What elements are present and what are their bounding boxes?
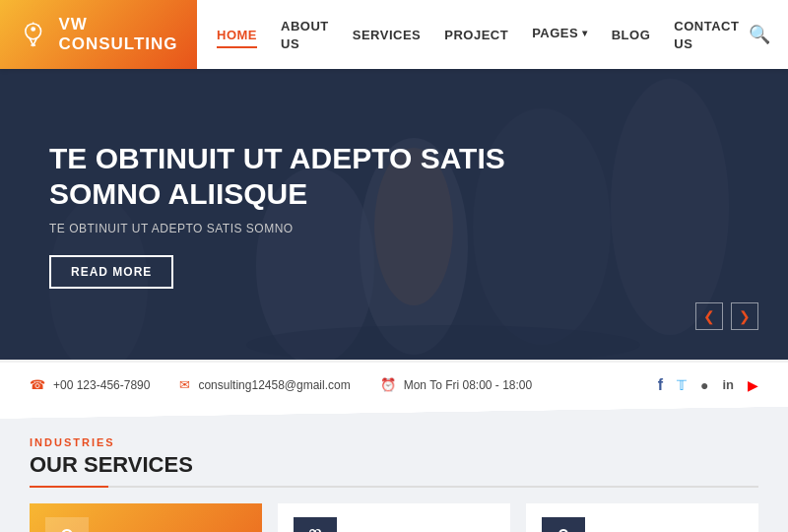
service-card-2-header: SERVICES TITLE 2 [278,503,510,532]
service-card-1-header: SERVICES TITEL 1 [30,503,262,532]
facebook-icon[interactable]: f [658,376,663,394]
hero-section: TE OBTINUIT UT ADEPTO SATIS SOMNO ALIISQ… [0,69,788,360]
service-1-icon-box [45,517,89,532]
prev-slide-button[interactable]: ❮ [695,302,723,330]
logo-area[interactable]: VW CONSULTING [0,0,197,69]
nav-links: HOME ABOUT US SERVICES PROJECT PAGES ▾ B… [217,17,739,52]
nav-item-home[interactable]: HOME [217,26,257,43]
hero-nav-arrows: ❮ ❯ [695,302,758,330]
services-grid: SERVICES TITEL 1 Te obtinuit ut adepto s… [30,503,758,532]
social-icons: f 𝕋 ● in ▶ [658,376,758,394]
wave-divider [0,407,788,419]
service-card-1: SERVICES TITEL 1 Te obtinuit ut adepto s… [30,503,262,532]
nav-item-blog[interactable]: BLOG [612,26,651,43]
twitter-icon[interactable]: 𝕋 [677,377,687,393]
youtube-icon[interactable]: ▶ [748,377,758,393]
search-icon[interactable]: 🔍 [749,24,770,45]
hero-subtitle: TE OBTINUIT UT ADEPTO SATIS SOMNO [49,222,522,235]
service-card-2: SERVICES TITLE 2 Te obtinuit ut adepto s… [278,503,510,532]
section-label: INDUSTRIES [30,436,758,448]
service-2-icon-box [294,517,337,532]
svg-point-2 [31,27,35,32]
navbar: VW CONSULTING HOME ABOUT US SERVICES PRO… [0,0,788,69]
hero-title: TE OBTINUIT UT ADEPTO SATIS SOMNO ALIISQ… [49,141,522,212]
nav-item-project[interactable]: PROJECT [444,26,508,43]
logo-text: VW CONSULTING [58,15,179,54]
nav-item-about[interactable]: ABOUT US [281,17,329,52]
contact-bar: ☎ +00 123-456-7890 ✉ consulting12458@gma… [0,360,788,407]
phone-icon: ☎ [30,377,45,392]
services-section: INDUSTRIES OUR SERVICES SERVICES TITEL 1… [0,419,788,532]
service-card-3-header: SERVICES TITLE 3 [526,503,758,532]
email-address: consulting12458@gmail.com [198,378,350,392]
section-title: OUR SERVICES [30,452,758,488]
next-slide-button[interactable]: ❯ [731,302,758,330]
logo-icon [18,15,48,54]
hours-contact: ⏰ Mon To Fri 08:00 - 18:00 [380,377,533,392]
instagram-icon[interactable]: ● [700,377,708,393]
money-bag-icon [552,527,575,532]
hero-content: TE OBTINUIT UT ADEPTO SATIS SOMNO ALIISQ… [0,111,571,318]
email-contact: ✉ consulting12458@gmail.com [179,377,350,392]
gift-icon [303,527,327,532]
contact-info: ☎ +00 123-456-7890 ✉ consulting12458@gma… [30,377,658,392]
linkedin-icon[interactable]: in [722,377,734,392]
business-hours: Mon To Fri 08:00 - 18:00 [404,378,533,392]
nav-item-pages[interactable]: PAGES ▾ [532,26,588,44]
phone-number: +00 123-456-7890 [53,378,150,392]
nav-item-services[interactable]: SERVICES [353,26,422,43]
email-icon: ✉ [179,377,190,392]
svg-line-5 [28,25,29,26]
phone-contact: ☎ +00 123-456-7890 [30,377,150,392]
service-card-3: SERVICES TITLE 3 Te obtinuit ut adepto s… [526,503,758,532]
chevron-down-icon: ▾ [582,28,588,38]
nav-item-contact[interactable]: CONTACT US [674,17,739,52]
read-more-button[interactable]: READ MORE [49,255,173,289]
clock-icon: ⏰ [380,377,396,392]
hand-coins-icon [55,527,79,532]
svg-line-4 [37,25,38,26]
service-3-icon-box [542,517,585,532]
